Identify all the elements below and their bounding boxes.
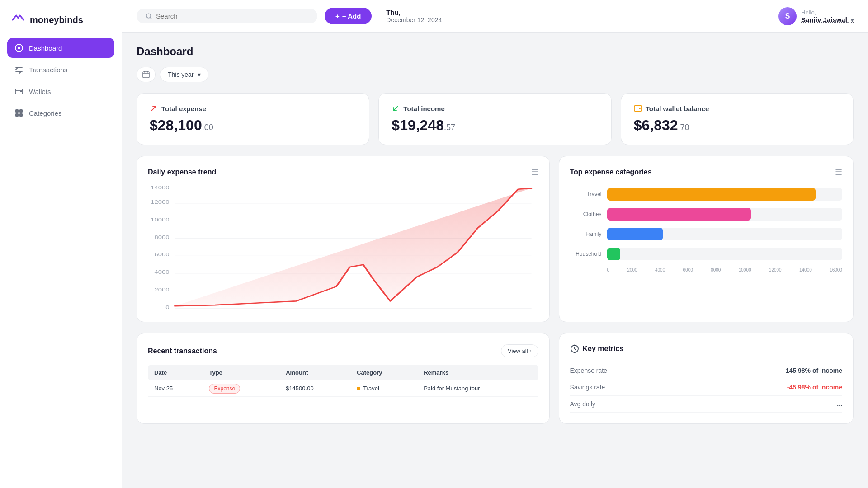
expense-amount: $28,100.00 (150, 117, 356, 134)
bar-label: Travel (570, 191, 602, 197)
search-icon (146, 13, 152, 20)
trans-category: Travel (350, 380, 417, 397)
sidebar-item-transactions[interactable]: Transactions (7, 60, 114, 80)
search-box[interactable] (137, 9, 317, 23)
user-area[interactable]: S Hello, Sanjiv Jaiswal ▾ (778, 7, 854, 25)
add-icon: + (335, 12, 340, 20)
expense-card: Total expense $28,100.00 (137, 93, 369, 145)
bar-chart-card: Top expense categories ☰ Travel Clothes … (559, 156, 854, 322)
sidebar-item-wallets[interactable]: Wallets (7, 81, 114, 101)
col-remarks: Remarks (417, 365, 538, 380)
sidebar-item-categories[interactable]: Categories (7, 103, 114, 123)
filter-chevron-icon: ▾ (198, 71, 201, 78)
trans-remarks: Paid for Mustang tour (417, 380, 538, 397)
filter-bar: This year ▾ (137, 67, 854, 82)
income-amount: $19,248.57 (392, 117, 598, 134)
sidebar-item-dashboard[interactable]: Dashboard (7, 38, 114, 58)
trans-date: Nov 25 (148, 380, 203, 397)
metric-row: Savings rate -45.98% of income (570, 379, 843, 396)
view-all-button[interactable]: View all › (501, 344, 538, 357)
metrics-header: Key metrics (570, 344, 843, 353)
trans-amount: $14500.00 (279, 380, 350, 397)
metric-value: -45.98% of income (787, 384, 842, 391)
svg-text:14000: 14000 (151, 185, 169, 190)
trans-type: Expense (203, 380, 279, 397)
svg-text:0: 0 (165, 305, 169, 310)
income-arrow-icon (392, 104, 400, 113)
svg-rect-3 (20, 91, 22, 92)
bar-fill (607, 188, 816, 201)
bar-track (607, 208, 843, 221)
bar-label: Clothes (570, 211, 602, 217)
svg-text:2000: 2000 (155, 287, 170, 292)
metric-label: Expense rate (570, 367, 608, 374)
wallet-card: Total wallet balance $6,832.70 (621, 93, 854, 145)
metrics-icon (570, 344, 579, 353)
wallet-amount: $6,832.70 (634, 117, 840, 134)
app-name: moneybinds (30, 15, 83, 25)
expense-label: Total expense (150, 104, 356, 113)
bar-chart-menu-icon[interactable]: ☰ (835, 167, 842, 177)
summary-cards: Total expense $28,100.00 Total income $1… (137, 93, 854, 145)
bar-fill (607, 248, 620, 260)
wallet-icon (634, 104, 642, 113)
col-type: Type (203, 365, 279, 380)
svg-rect-9 (143, 72, 149, 78)
bar-fill (607, 228, 663, 240)
bar-row: Travel (570, 188, 843, 201)
svg-rect-6 (15, 113, 19, 117)
transactions-title: Recent transactions (148, 347, 217, 355)
svg-text:10000: 10000 (151, 217, 169, 222)
date-full: December 12, 2024 (386, 16, 771, 23)
svg-rect-11 (639, 108, 641, 109)
bar-chart-header: Top expense categories ☰ (570, 167, 843, 177)
line-chart-title: Daily expense trend (148, 168, 216, 176)
sidebar-item-categories-label: Categories (29, 109, 62, 117)
svg-rect-5 (19, 109, 23, 113)
date-day: Thu, (386, 9, 771, 16)
svg-rect-4 (15, 109, 19, 113)
bar-chart-area: Travel Clothes Family Household 02000400… (570, 184, 843, 276)
bar-label: Family (570, 231, 602, 237)
svg-text:12000: 12000 (151, 199, 169, 205)
avatar: S (778, 7, 797, 25)
calendar-button[interactable] (137, 67, 156, 82)
metrics-rows: Expense rate 145.98% of income Savings r… (570, 362, 843, 413)
transactions-table: Date Type Amount Category Remarks Nov 25… (148, 365, 538, 397)
filter-year-button[interactable]: This year ▾ (160, 67, 208, 82)
dashboard-icon (14, 43, 24, 52)
bar-chart-title: Top expense categories (570, 168, 652, 176)
line-chart-menu-icon[interactable]: ☰ (531, 167, 538, 177)
add-button[interactable]: + + Add (325, 8, 372, 24)
sidebar-item-transactions-label: Transactions (29, 66, 67, 74)
charts-row: Daily expense trend ☰ 0 2000 4000 6000 8… (137, 156, 854, 322)
metric-row: Avg daily ... (570, 396, 843, 413)
line-chart-svg: 0 2000 4000 6000 8000 10000 12000 14000 (148, 184, 538, 311)
bar-track (607, 188, 843, 201)
content-area: Dashboard This year ▾ (122, 33, 868, 488)
metric-label: Avg daily (570, 400, 596, 408)
transactions-card: Recent transactions View all › Date Type… (137, 333, 550, 424)
search-input[interactable] (156, 12, 308, 20)
expense-arrow-icon (150, 104, 158, 113)
col-category: Category (350, 365, 417, 380)
bar-fill (607, 208, 751, 221)
sidebar-item-wallets-label: Wallets (29, 88, 51, 95)
bar-track (607, 248, 843, 260)
bar-row: Family (570, 228, 843, 240)
sidebar: moneybinds Dashboard Transactions (0, 0, 122, 488)
bar-track (607, 228, 843, 240)
bar-row: Clothes (570, 208, 843, 221)
line-chart-area: 0 2000 4000 6000 8000 10000 12000 14000 (148, 184, 538, 311)
col-amount: Amount (279, 365, 350, 380)
bar-row: Household (570, 248, 843, 260)
svg-text:8000: 8000 (155, 235, 170, 240)
wallet-label: Total wallet balance (634, 104, 840, 113)
date-info: Thu, December 12, 2024 (386, 9, 771, 23)
svg-text:4000: 4000 (155, 269, 170, 275)
metrics-title: Key metrics (583, 345, 624, 353)
logo-area: moneybinds (7, 11, 114, 38)
filter-label: This year (168, 71, 194, 78)
user-name: Sanjiv Jaiswal ▾ (801, 16, 854, 23)
page-title: Dashboard (137, 45, 854, 58)
